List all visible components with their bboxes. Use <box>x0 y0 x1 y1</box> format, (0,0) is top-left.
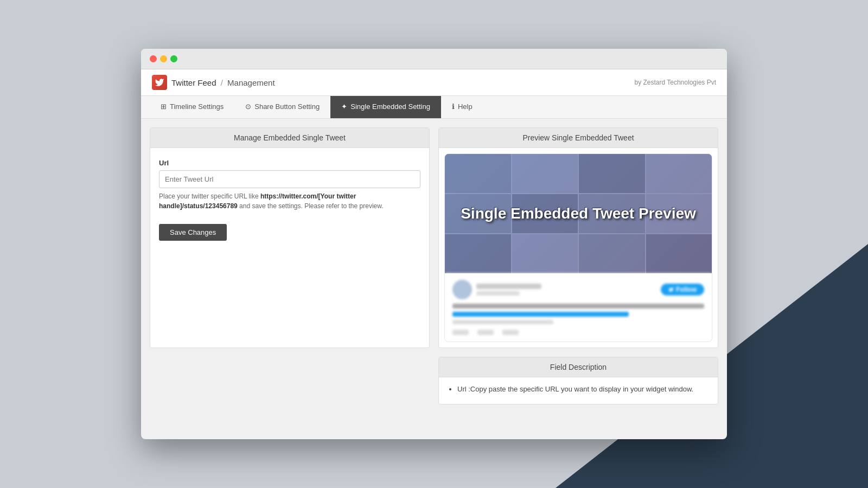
tab-single-embedded[interactable]: ✦ Single Embedded Setting <box>330 96 441 118</box>
embedded-icon: ✦ <box>341 102 347 111</box>
tweet-overlay-text: Single Embedded Tweet Preview <box>445 154 712 273</box>
url-form-group: Url Place your twitter specific URL like… <box>159 159 420 211</box>
timeline-icon: ⊞ <box>161 102 167 111</box>
tab-timeline[interactable]: ⊞ Timeline Settings <box>150 96 234 118</box>
tweet-author-name <box>476 284 541 289</box>
url-hint: Place your twitter specific URL like htt… <box>159 191 420 211</box>
url-input[interactable] <box>159 170 420 188</box>
tab-single-embedded-label: Single Embedded Setting <box>350 102 430 111</box>
preview-content: Single Embedded Tweet Preview <box>439 148 718 348</box>
app-window: Twitter Feed / Management by Zestard Tec… <box>141 49 727 439</box>
tweet-preview-image: Single Embedded Tweet Preview <box>445 154 712 273</box>
tweet-actions <box>452 330 704 335</box>
field-desc-text: Url :Copy paste the specific URL you wan… <box>457 385 693 393</box>
bottom-left-spacer <box>150 357 430 404</box>
tweet-text-line-2 <box>452 312 629 317</box>
tab-share-button[interactable]: ⊙ Share Button Setting <box>234 96 330 118</box>
tweet-body: Follow <box>445 273 712 342</box>
tweet-author-info <box>476 284 541 296</box>
tab-help-label: Help <box>458 102 473 111</box>
help-icon: ℹ <box>452 102 455 111</box>
bottom-section: Field Description Url :Copy paste the sp… <box>141 357 727 413</box>
twitter-bird-icon <box>668 287 674 292</box>
breadcrumb: Twitter Feed / Management <box>171 78 275 87</box>
follow-label: Follow <box>676 286 697 293</box>
save-changes-button[interactable]: Save Changes <box>159 224 227 241</box>
vendor-text: by Zestard Technologies Pvt <box>634 79 716 86</box>
tweet-author-left <box>452 280 541 299</box>
minimize-button[interactable] <box>160 55 167 62</box>
field-description-header: Field Description <box>439 357 718 377</box>
breadcrumb-current: Management <box>227 78 275 87</box>
tweet-text-lines <box>452 304 704 324</box>
url-hint-prefix: Place your twitter specific URL like <box>159 192 260 200</box>
manage-panel-body: Url Place your twitter specific URL like… <box>150 148 429 252</box>
url-label: Url <box>159 159 420 167</box>
close-button[interactable] <box>150 55 157 62</box>
preview-panel-header: Preview Single Embedded Tweet <box>439 128 718 148</box>
tweet-author-handle <box>476 291 520 296</box>
tweet-avatar <box>452 280 472 299</box>
url-hint-suffix: and save the settings. Please refer to t… <box>238 202 384 210</box>
tab-help[interactable]: ℹ Help <box>441 96 483 118</box>
share-icon: ⊙ <box>245 102 251 111</box>
maximize-button[interactable] <box>170 55 177 62</box>
tweet-action-like <box>502 330 519 335</box>
app-logo-icon <box>152 75 167 90</box>
tabs-bar: ⊞ Timeline Settings ⊙ Share Button Setti… <box>141 96 727 119</box>
tab-timeline-label: Timeline Settings <box>170 102 224 111</box>
tweet-action-retweet <box>477 330 494 335</box>
tweet-action-reply <box>452 330 469 335</box>
tweet-follow-button: Follow <box>661 284 704 296</box>
tweet-text-line-1 <box>452 304 704 309</box>
tweet-meta-line <box>452 320 553 324</box>
title-bar <box>141 49 727 69</box>
field-description-panel: Field Description Url :Copy paste the sp… <box>438 357 718 404</box>
tab-share-label: Share Button Setting <box>254 102 320 111</box>
main-content: Manage Embedded Single Tweet Url Place y… <box>141 119 727 357</box>
tweet-author-row: Follow <box>452 280 704 299</box>
traffic-lights <box>150 55 177 62</box>
field-description-body: Url :Copy paste the specific URL you wan… <box>439 377 718 404</box>
logo-area: Twitter Feed / Management <box>152 75 275 90</box>
app-header: Twitter Feed / Management by Zestard Tec… <box>141 69 727 96</box>
breadcrumb-separator: / <box>221 78 225 87</box>
breadcrumb-root: Twitter Feed <box>171 78 216 87</box>
manage-panel-header: Manage Embedded Single Tweet <box>150 128 429 148</box>
manage-panel: Manage Embedded Single Tweet Url Place y… <box>150 127 430 348</box>
preview-panel: Preview Single Embedded Tweet <box>438 127 718 348</box>
tweet-preview-card: Single Embedded Tweet Preview <box>444 153 712 342</box>
